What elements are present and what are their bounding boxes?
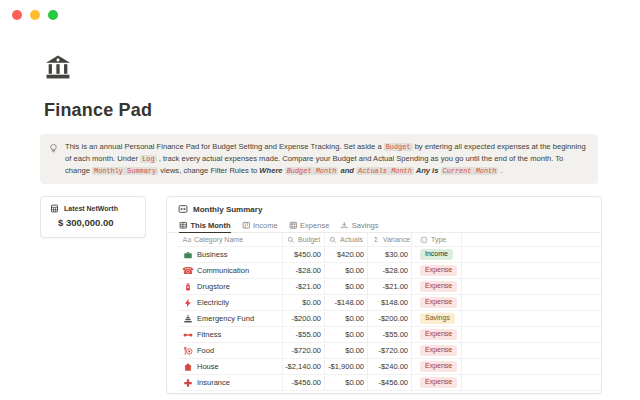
variance-value: -$456.00 bbox=[378, 378, 408, 387]
medical-cross-icon bbox=[183, 378, 193, 388]
tab-this-month[interactable]: This Month bbox=[179, 218, 231, 233]
variance-value: $148.00 bbox=[381, 298, 408, 307]
tab-label: Savings bbox=[352, 221, 379, 230]
type-badge: Savings bbox=[420, 313, 455, 324]
callout[interactable]: This is an annual Personal Finance Pad f… bbox=[40, 134, 598, 184]
actuals-value: -$1,900.00 bbox=[328, 362, 364, 371]
lightbulb-icon bbox=[48, 142, 59, 155]
minimize-window-button[interactable] bbox=[30, 10, 40, 20]
tab-label: Expense bbox=[300, 221, 329, 230]
type-badge: Expense bbox=[420, 265, 457, 276]
column-header-category-name[interactable]: AaCategory Name bbox=[178, 233, 283, 246]
monthly-summary-panel: Monthly Summary This MonthIncomeExpenseS… bbox=[166, 196, 602, 394]
table-row[interactable]: Fitness-$55.00$0.00-$55.00Expense bbox=[178, 327, 601, 343]
fund-stack-icon bbox=[183, 314, 193, 324]
table-row[interactable]: Electricity$0.00-$148.00$148.00Expense bbox=[178, 295, 601, 311]
lightning-icon bbox=[183, 298, 193, 308]
variance-value: -$55.00 bbox=[383, 330, 408, 339]
callout-em-segment: Any is bbox=[414, 166, 441, 175]
callout-code-em-segment: Budget Month bbox=[285, 167, 339, 175]
column-label: Actuals bbox=[340, 236, 363, 243]
category-name: Emergency Fund bbox=[197, 314, 254, 323]
fork-plate-icon bbox=[183, 346, 193, 356]
budget-value: -$28.00 bbox=[296, 266, 321, 275]
tab-label: Income bbox=[253, 221, 278, 230]
variance-value: $30.00 bbox=[385, 250, 408, 259]
callout-em-segment: Where bbox=[259, 166, 282, 175]
table-row[interactable]: Drugstore-$21.00$0.00-$21.00Expense bbox=[178, 279, 601, 295]
callout-code-em-segment: Current Month bbox=[441, 167, 499, 175]
table-row[interactable]: Insurance-$456.00$0.00-$456.00Expense bbox=[178, 375, 601, 391]
callout-segment: . bbox=[498, 166, 502, 175]
networth-card: Latest NetWorth $ 300,000.00 bbox=[40, 196, 146, 238]
medicine-bottle-icon bbox=[183, 282, 193, 292]
table-header-row: AaCategory NameBudgetActualsΣVarianceTyp… bbox=[178, 233, 601, 247]
page-title[interactable]: Finance Pad bbox=[44, 100, 152, 121]
budget-value: $0.00 bbox=[302, 298, 321, 307]
callout-em-segment: and bbox=[338, 166, 356, 175]
actuals-value: $0.00 bbox=[345, 314, 364, 323]
table-row[interactable]: Business$450.00$420.00$30.00Income bbox=[178, 247, 601, 263]
table-row[interactable]: Emergency Fund-$200.00$0.00-$200.00Savin… bbox=[178, 311, 601, 327]
callout-text: This is an annual Personal Finance Pad f… bbox=[65, 141, 588, 177]
budget-value: -$55.00 bbox=[296, 330, 321, 339]
select-icon bbox=[420, 236, 428, 244]
networth-value: $ 300,000.00 bbox=[58, 217, 145, 228]
summary-table: AaCategory NameBudgetActualsΣVarianceTyp… bbox=[178, 233, 601, 391]
tab-expense[interactable]: Expense bbox=[289, 218, 330, 233]
category-name: Fitness bbox=[197, 330, 221, 339]
database-icon bbox=[178, 204, 188, 214]
category-name: House bbox=[197, 362, 219, 371]
column-header-variance[interactable]: ΣVariance bbox=[368, 233, 412, 246]
table-row[interactable]: House-$2,140.00-$1,900.00-$240.00Expense bbox=[178, 359, 601, 375]
column-header-budget[interactable]: Budget bbox=[283, 233, 325, 246]
category-name: Food bbox=[197, 346, 214, 355]
table-view-icon bbox=[179, 221, 188, 230]
category-name: Electricity bbox=[197, 298, 229, 307]
type-badge: Expense bbox=[420, 297, 457, 308]
category-name: Communication bbox=[197, 266, 249, 275]
column-header-actuals[interactable]: Actuals bbox=[325, 233, 368, 246]
bank-icon bbox=[44, 53, 72, 81]
zoom-window-button[interactable] bbox=[48, 10, 58, 20]
budget-value: -$2,140.00 bbox=[285, 362, 321, 371]
column-label: Type bbox=[431, 236, 446, 243]
panel-title[interactable]: Monthly Summary bbox=[193, 205, 262, 214]
type-badge: Expense bbox=[420, 281, 457, 292]
actuals-value: $0.00 bbox=[345, 378, 364, 387]
type-badge: Income bbox=[420, 249, 453, 260]
column-label: Budget bbox=[298, 236, 320, 243]
tab-savings[interactable]: Savings bbox=[340, 218, 378, 233]
budget-value: -$720.00 bbox=[291, 346, 321, 355]
budget-value: -$200.00 bbox=[291, 314, 321, 323]
type-badge: Expense bbox=[420, 345, 457, 356]
title-icon: Aa bbox=[183, 236, 191, 244]
close-window-button[interactable] bbox=[12, 10, 22, 20]
tab-income[interactable]: Income bbox=[242, 218, 278, 233]
callout-code-segment: Log bbox=[140, 155, 156, 163]
budget-value: -$456.00 bbox=[291, 378, 321, 387]
type-badge: Expense bbox=[420, 329, 457, 340]
networth-label: Latest NetWorth bbox=[64, 205, 118, 212]
actuals-value: -$148.00 bbox=[334, 298, 364, 307]
variance-value: -$28.00 bbox=[383, 266, 408, 275]
table-row[interactable]: ☎Communication-$28.00$0.00-$28.00Expense bbox=[178, 263, 601, 279]
actuals-value: $0.00 bbox=[345, 282, 364, 291]
budget-value: -$21.00 bbox=[296, 282, 321, 291]
table-body: Business$450.00$420.00$30.00Income☎Commu… bbox=[178, 247, 601, 391]
actuals-value: $0.00 bbox=[345, 346, 364, 355]
table-row[interactable]: Food-$720.00$0.00-$720.00Expense bbox=[178, 343, 601, 359]
actuals-value: $0.00 bbox=[345, 266, 364, 275]
tab-label: This Month bbox=[191, 221, 231, 230]
search-icon bbox=[287, 236, 295, 244]
column-header-type[interactable]: Type bbox=[412, 233, 462, 246]
callout-code-em-segment: Actuals Month bbox=[356, 167, 414, 175]
callout-segment: views, change Filter Rules to bbox=[158, 166, 259, 175]
variance-value: -$720.00 bbox=[378, 346, 408, 355]
type-badge: Expense bbox=[420, 361, 457, 372]
sigma-icon: Σ bbox=[372, 236, 380, 244]
type-badge: Expense bbox=[420, 377, 457, 388]
calculator-icon bbox=[50, 204, 59, 213]
search-icon bbox=[329, 236, 337, 244]
gallery-view-icon bbox=[289, 221, 298, 230]
